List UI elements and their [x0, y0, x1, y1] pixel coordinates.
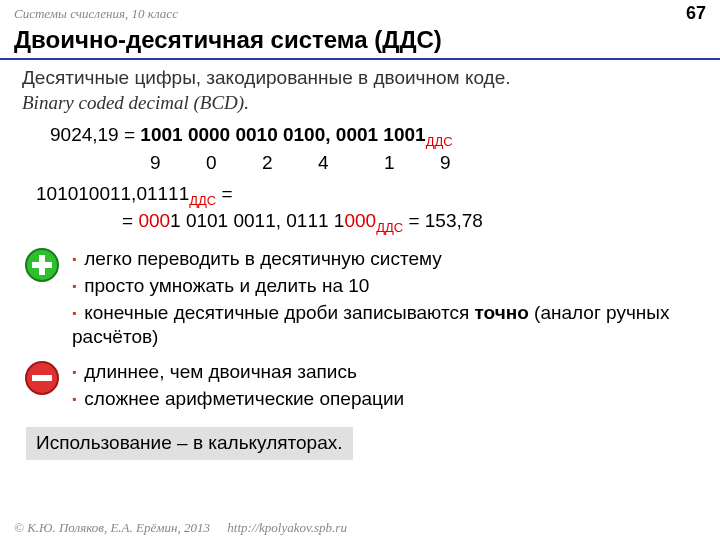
example2-subscript-2: ДДС	[376, 220, 403, 235]
pros-list: легко переводить в десятичную систему пр…	[72, 247, 698, 350]
example2-pad-left: 000	[138, 210, 170, 231]
example1-rhs: 1001 0000 0010 0100, 0001 1001	[140, 124, 425, 145]
example1-lhs: 9024,19 =	[50, 124, 140, 145]
footer: © К.Ю. Поляков, Е.А. Ерёмин, 2013 http:/…	[14, 520, 347, 536]
example1-row: 9024,19 = 1001 0000 0010 0100, 0001 1001…	[50, 123, 698, 151]
plus-icon	[24, 247, 60, 283]
list-item: конечные десятичные дроби записываются т…	[72, 301, 698, 350]
copyright: © К.Ю. Поляков, Е.А. Ерёмин, 2013	[14, 520, 210, 535]
svg-rect-2	[32, 262, 52, 268]
intro-text-2: Binary coded decimal (BCD).	[22, 91, 698, 116]
example2-line2: = 0001 0101 0011, 0111 1000ДДС = 153,78	[122, 209, 698, 237]
list-item: длиннее, чем двоичная запись	[72, 360, 698, 385]
example2-body: 1 0101 0011, 0111 1	[170, 210, 344, 231]
header-strip: Системы счисления, 10 класс 67	[0, 0, 720, 24]
digit: 4	[318, 151, 384, 176]
intro-text-1: Десятичные цифры, закодированные в двоич…	[22, 66, 698, 91]
example2-subscript: ДДС	[189, 193, 216, 208]
svg-rect-4	[32, 375, 52, 381]
minus-icon	[24, 360, 60, 396]
content-area: Десятичные цифры, закодированные в двоич…	[0, 60, 720, 460]
pros-block: легко переводить в десятичную систему пр…	[22, 247, 698, 352]
example1-subscript: ДДС	[426, 134, 453, 149]
cons-block: длиннее, чем двоичная запись сложнее ари…	[22, 360, 698, 413]
list-item: сложнее арифметические операции	[72, 387, 698, 412]
digit: 2	[262, 151, 318, 176]
cons-list: длиннее, чем двоичная запись сложнее ари…	[72, 360, 698, 411]
example2-eq: =	[216, 183, 232, 204]
page-title: Двоично-десятичная система (ДДС)	[0, 24, 720, 60]
footer-url: http://kpolyakov.spb.ru	[227, 520, 347, 535]
example1-digits: 902419	[150, 151, 698, 176]
example2-pad-right: 000	[344, 210, 376, 231]
example2-line1: 101010011,01111ДДС =	[36, 182, 698, 210]
page-number: 67	[686, 3, 706, 24]
bold-word: точно	[475, 302, 529, 323]
example2-value: 101010011,01111	[36, 183, 189, 204]
digit: 1	[384, 151, 440, 176]
example2-result: = 153,78	[403, 210, 483, 231]
list-item: просто умножать и делить на 10	[72, 274, 698, 299]
usage-note: Использование – в калькуляторах.	[26, 427, 353, 460]
example2-eq2: =	[122, 210, 138, 231]
digit: 0	[206, 151, 262, 176]
list-item: легко переводить в десятичную систему	[72, 247, 698, 272]
course-label: Системы счисления, 10 класс	[14, 6, 178, 22]
digit: 9	[440, 151, 451, 176]
digit: 9	[150, 151, 206, 176]
